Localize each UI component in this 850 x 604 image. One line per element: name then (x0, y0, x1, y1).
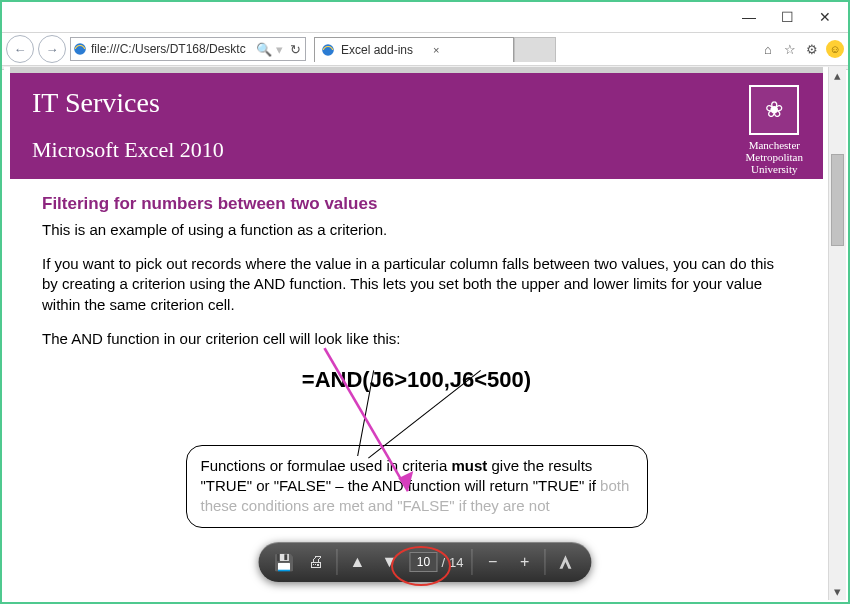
browser-viewport: IT Services Microsoft Excel 2010 ❀ Manch… (4, 67, 846, 600)
paragraph: If you want to pick out records where th… (42, 254, 791, 315)
scroll-down-button[interactable]: ▾ (829, 583, 846, 600)
url-text: file:///C:/Users/DT168/Desktc (91, 42, 246, 56)
pdf-save-icon[interactable]: 💾 (272, 550, 296, 574)
callout-box: Functions or formulae used in criteria m… (186, 445, 648, 528)
doc-body: Filtering for numbers between two values… (10, 179, 823, 542)
pdf-print-icon[interactable]: 🖨 (304, 550, 328, 574)
feedback-smiley-icon[interactable]: ☺ (826, 40, 844, 58)
url-field[interactable]: file:///C:/Users/DT168/Desktc 🔍 ▾ ↻ (70, 37, 306, 61)
maximize-button[interactable]: ☐ (768, 5, 806, 29)
ie-window: — ☐ ✕ ← → file:///C:/Users/DT168/Desktc … (0, 0, 850, 604)
home-icon[interactable]: ⌂ (760, 41, 776, 57)
new-tab-button[interactable] (514, 37, 556, 62)
section-heading: Filtering for numbers between two values (42, 193, 791, 216)
window-close-button[interactable]: ✕ (806, 5, 844, 29)
settings-gear-icon[interactable]: ⚙ (804, 41, 820, 57)
university-logo: ❀ Manchester Metropolitan University (746, 85, 803, 175)
formula-text: =AND(J6>100,J6<500) (42, 365, 791, 395)
pdf-next-page-icon[interactable]: ▼ (377, 550, 401, 574)
forward-button[interactable]: → (38, 35, 66, 63)
favorites-icon[interactable]: ☆ (782, 41, 798, 57)
pdf-acrobat-icon[interactable] (554, 550, 578, 574)
paragraph: The AND function in our criterion cell w… (42, 329, 791, 349)
scroll-track[interactable] (829, 84, 846, 583)
pdf-toolbar: 💾 🖨 ▲ ▼ 10 / 14 − + (258, 542, 591, 582)
address-bar: ← → file:///C:/Users/DT168/Desktc 🔍 ▾ ↻ … (2, 33, 848, 66)
tab-strip: Excel add-ins × (314, 37, 556, 62)
pdf-total-pages: 14 (449, 555, 463, 570)
tab-title: Excel add-ins (341, 43, 413, 57)
pdf-zoom-in-icon[interactable]: + (513, 550, 537, 574)
minimize-button[interactable]: — (730, 5, 768, 29)
scroll-up-button[interactable]: ▴ (829, 67, 846, 84)
ie-logo-icon (73, 42, 87, 56)
banner-title: IT Services (32, 87, 801, 119)
pdf-page-indicator: 10 / 14 (409, 552, 463, 572)
pdf-page: IT Services Microsoft Excel 2010 ❀ Manch… (10, 67, 823, 600)
pdf-zoom-out-icon[interactable]: − (481, 550, 505, 574)
toolbar-right: ⌂ ☆ ⚙ ☺ (760, 40, 844, 58)
banner-subtitle: Microsoft Excel 2010 (32, 137, 801, 163)
tab-close-icon[interactable]: × (433, 44, 439, 56)
pdf-prev-page-icon[interactable]: ▲ (345, 550, 369, 574)
back-button[interactable]: ← (6, 35, 34, 63)
ie-logo-icon (321, 43, 335, 57)
pdf-current-page-input[interactable]: 10 (409, 552, 437, 572)
doc-banner: IT Services Microsoft Excel 2010 ❀ Manch… (10, 73, 823, 179)
paragraph: This is an example of using a function a… (42, 220, 791, 240)
search-icon[interactable]: 🔍 (256, 41, 272, 57)
window-titlebar: — ☐ ✕ (2, 2, 848, 33)
university-badge-icon: ❀ (749, 85, 799, 135)
vertical-scrollbar[interactable]: ▴ ▾ (828, 67, 846, 600)
refresh-icon[interactable]: ↻ (287, 41, 303, 57)
scroll-thumb[interactable] (831, 154, 844, 246)
tab-active[interactable]: Excel add-ins × (314, 37, 514, 62)
